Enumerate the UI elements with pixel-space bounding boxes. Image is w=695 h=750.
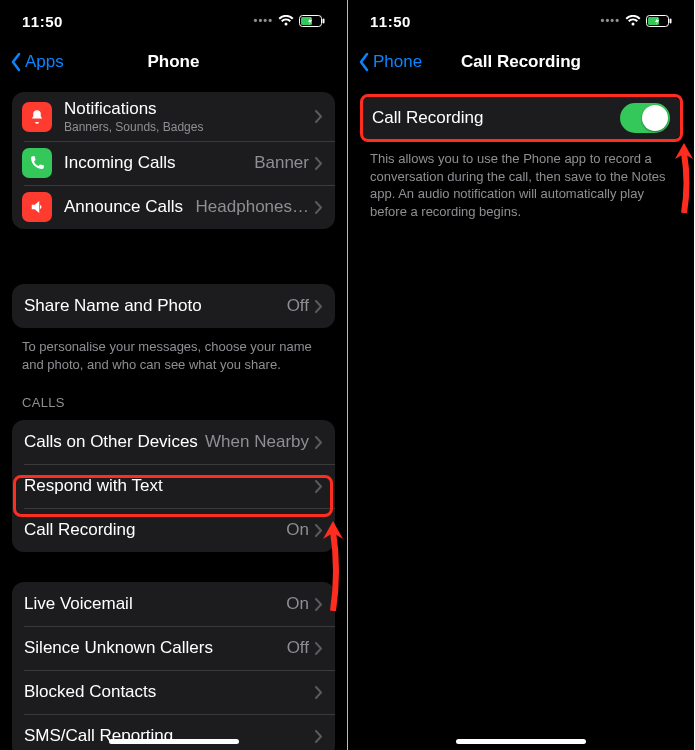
toggle-switch[interactable]	[620, 103, 670, 133]
row-notifications[interactable]: Notifications Banners, Sounds, Badges	[12, 92, 335, 141]
chevron-left-icon	[358, 52, 370, 72]
phone-icon	[22, 148, 52, 178]
calls-header: CALLS	[22, 395, 325, 410]
announce-icon	[22, 192, 52, 222]
group-notifications: Notifications Banners, Sounds, Badges In…	[12, 92, 335, 229]
row-label: Blocked Contacts	[24, 682, 156, 702]
chevron-right-icon	[315, 524, 323, 537]
nav-title: Phone	[148, 52, 200, 72]
nav-bar: Phone Call Recording	[348, 42, 694, 82]
row-silence-unknown[interactable]: Silence Unknown Callers Off	[12, 626, 335, 670]
row-label: Share Name and Photo	[24, 296, 202, 316]
row-value: Off	[287, 296, 309, 316]
row-label: Call Recording	[372, 108, 484, 128]
row-label: Live Voicemail	[24, 594, 133, 614]
row-incoming-calls[interactable]: Incoming Calls Banner	[12, 141, 335, 185]
row-sms-call-reporting[interactable]: SMS/Call Reporting	[12, 714, 335, 750]
row-label: Calls on Other Devices	[24, 432, 198, 452]
chevron-right-icon	[315, 300, 323, 313]
chevron-left-icon	[10, 52, 22, 72]
home-indicator	[456, 739, 586, 744]
row-label: Call Recording	[24, 520, 136, 540]
group-toggle: Call Recording	[360, 96, 682, 140]
nav-bar: Apps Phone	[0, 42, 347, 82]
phone-settings-screen: 11:50 •••• Apps Phone Notifications Bann…	[0, 0, 347, 750]
chevron-right-icon	[315, 598, 323, 611]
share-footnote: To personalise your messages, choose you…	[22, 338, 325, 373]
chevron-right-icon	[315, 730, 323, 743]
row-label: Notifications	[64, 99, 203, 119]
chevron-right-icon	[315, 686, 323, 699]
row-label: Announce Calls	[64, 197, 183, 217]
back-label: Apps	[25, 52, 64, 72]
row-value: On	[286, 594, 309, 614]
row-respond-text[interactable]: Respond with Text	[12, 464, 335, 508]
row-blocked-contacts[interactable]: Blocked Contacts	[12, 670, 335, 714]
chevron-right-icon	[315, 642, 323, 655]
status-time: 11:50	[22, 13, 63, 30]
chevron-right-icon	[315, 436, 323, 449]
back-button[interactable]: Apps	[10, 52, 64, 72]
chevron-right-icon	[315, 201, 323, 214]
row-announce-calls[interactable]: Announce Calls Headphones…	[12, 185, 335, 229]
recording-footnote: This allows you to use the Phone app to …	[370, 150, 672, 220]
nav-title: Call Recording	[461, 52, 581, 72]
status-time: 11:50	[370, 13, 411, 30]
cell-dots-icon: ••••	[254, 14, 273, 26]
row-sublabel: Banners, Sounds, Badges	[64, 120, 203, 134]
row-call-recording-toggle[interactable]: Call Recording	[360, 96, 682, 140]
status-bar: 11:50 ••••	[0, 0, 347, 42]
battery-icon	[646, 15, 672, 27]
status-bar: 11:50 ••••	[348, 0, 694, 42]
back-button[interactable]: Phone	[358, 52, 422, 72]
row-label: Silence Unknown Callers	[24, 638, 213, 658]
row-label: Incoming Calls	[64, 153, 176, 173]
group-calls: Calls on Other Devices When Nearby Respo…	[12, 420, 335, 552]
chevron-right-icon	[315, 157, 323, 170]
chevron-right-icon	[315, 480, 323, 493]
row-value: On	[286, 520, 309, 540]
row-value: Banner	[254, 153, 309, 173]
row-value: Off	[287, 638, 309, 658]
svg-rect-2	[323, 19, 325, 24]
row-value: When Nearby	[205, 432, 309, 452]
bell-icon	[22, 102, 52, 132]
group-voicemail: Live Voicemail On Silence Unknown Caller…	[12, 582, 335, 750]
row-value: Headphones…	[196, 197, 309, 217]
cell-dots-icon: ••••	[601, 14, 620, 26]
call-recording-screen: 11:50 •••• Phone Call Recording Call Rec…	[347, 0, 694, 750]
wifi-icon	[625, 15, 641, 27]
row-share-name-photo[interactable]: Share Name and Photo Off	[12, 284, 335, 328]
row-live-voicemail[interactable]: Live Voicemail On	[12, 582, 335, 626]
svg-rect-5	[670, 19, 672, 24]
row-label: Respond with Text	[24, 476, 163, 496]
wifi-icon	[278, 15, 294, 27]
group-share: Share Name and Photo Off	[12, 284, 335, 328]
row-other-devices[interactable]: Calls on Other Devices When Nearby	[12, 420, 335, 464]
chevron-right-icon	[315, 110, 323, 123]
back-label: Phone	[373, 52, 422, 72]
home-indicator	[109, 739, 239, 744]
annotation-arrow-icon	[673, 143, 694, 213]
row-call-recording[interactable]: Call Recording On	[12, 508, 335, 552]
battery-icon	[299, 15, 325, 27]
